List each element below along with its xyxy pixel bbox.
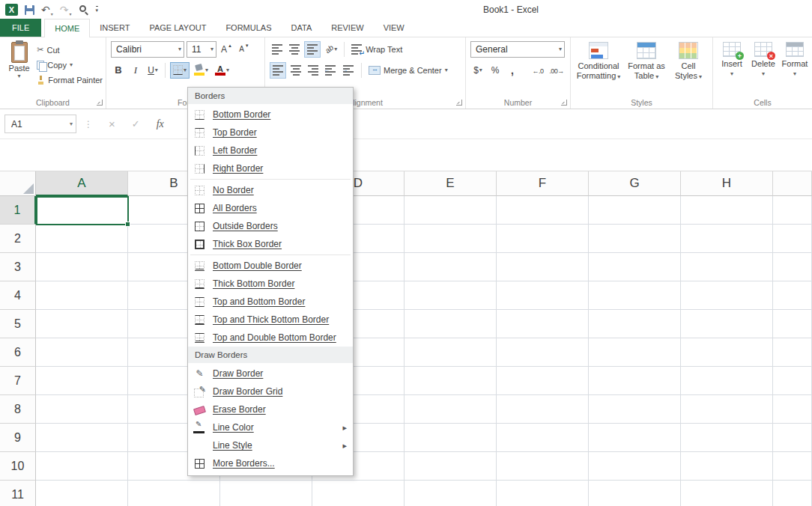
column-header-f[interactable]: F: [497, 171, 589, 196]
cell-partial-11[interactable]: [773, 481, 812, 506]
name-box[interactable]: A1: [4, 115, 76, 133]
menu-item-bottom-border[interactable]: Bottom Border: [188, 106, 353, 124]
align-top-button[interactable]: [270, 41, 285, 58]
cell-b11[interactable]: [128, 481, 220, 506]
cell-h5[interactable]: [681, 310, 773, 338]
cell-partial-10[interactable]: [773, 452, 812, 481]
cell-h7[interactable]: [681, 367, 773, 395]
menu-item-no-border[interactable]: No Border: [188, 181, 353, 199]
enter-icon[interactable]: [132, 118, 140, 129]
font-name-select[interactable]: Calibri: [111, 41, 184, 58]
align-center-button[interactable]: [288, 62, 303, 79]
menu-item-right-border[interactable]: Right Border: [188, 159, 353, 177]
menu-item-erase-border[interactable]: Erase Border: [188, 400, 353, 418]
cell-partial-9[interactable]: [773, 424, 812, 452]
excel-logo-icon[interactable]: [5, 4, 18, 16]
decrease-indent-button[interactable]: [323, 62, 339, 79]
cell-e1[interactable]: [405, 196, 497, 225]
selected-cell-outline[interactable]: [36, 196, 129, 225]
underline-button[interactable]: U: [145, 62, 160, 79]
cell-g4[interactable]: [589, 281, 681, 310]
tab-page-layout[interactable]: PAGE LAYOUT: [139, 19, 216, 37]
column-header-h[interactable]: H: [681, 171, 773, 196]
row-header-6[interactable]: 6: [0, 338, 36, 367]
align-bottom-button[interactable]: [304, 41, 321, 58]
insert-cells-button[interactable]: Insert: [716, 40, 748, 94]
cell-g1[interactable]: [589, 196, 681, 225]
menu-item-draw-border-grid[interactable]: Draw Border Grid: [188, 382, 353, 400]
fill-handle[interactable]: [125, 222, 130, 227]
row-header-1[interactable]: 1: [0, 196, 36, 225]
cell-f9[interactable]: [497, 424, 589, 452]
font-color-button[interactable]: A: [213, 62, 231, 79]
decrease-decimal-button[interactable]: [548, 62, 566, 79]
cancel-icon[interactable]: [109, 118, 115, 130]
cell-h1[interactable]: [681, 196, 773, 225]
menu-item-line-style[interactable]: Line Style: [188, 436, 353, 454]
percent-style-button[interactable]: %: [488, 62, 503, 79]
insert-function-button[interactable]: fx: [157, 118, 164, 130]
menu-item-top-and-double-bottom-border[interactable]: Top and Double Bottom Border: [188, 329, 353, 347]
tab-view[interactable]: VIEW: [374, 19, 414, 37]
customize-qat-button[interactable]: [96, 6, 99, 13]
tab-data[interactable]: DATA: [282, 19, 322, 37]
accounting-format-button[interactable]: $: [470, 62, 485, 79]
increase-font-size-button[interactable]: A▲: [219, 41, 234, 58]
cell-a4[interactable]: [36, 281, 128, 310]
format-painter-button[interactable]: Format Painter: [37, 73, 103, 86]
delete-cells-button[interactable]: Delete: [748, 40, 779, 94]
cell-c11[interactable]: [220, 481, 312, 506]
cell-a11[interactable]: [36, 481, 128, 506]
select-all-button[interactable]: [0, 171, 36, 196]
tab-formulas[interactable]: FORMULAS: [216, 19, 281, 37]
cell-a5[interactable]: [36, 310, 128, 338]
row-header-11[interactable]: 11: [0, 481, 36, 506]
menu-item-thick-bottom-border[interactable]: Thick Bottom Border: [188, 275, 353, 293]
menu-item-left-border[interactable]: Left Border: [188, 141, 353, 159]
cell-e5[interactable]: [405, 310, 497, 338]
dialog-launcher-icon[interactable]: [456, 100, 462, 106]
bold-button[interactable]: B: [111, 62, 126, 79]
dialog-launcher-icon[interactable]: [97, 100, 103, 106]
cell-f10[interactable]: [497, 452, 589, 481]
cell-partial-2[interactable]: [773, 225, 812, 253]
cell-e3[interactable]: [405, 253, 497, 281]
column-header-g[interactable]: G: [589, 171, 681, 196]
cell-partial-5[interactable]: [773, 310, 812, 338]
cell-f1[interactable]: [497, 196, 589, 225]
cell-h4[interactable]: [681, 281, 773, 310]
menu-item-draw-border[interactable]: Draw Border: [188, 365, 353, 382]
cell-g9[interactable]: [589, 424, 681, 452]
menu-item-top-and-bottom-border[interactable]: Top and Bottom Border: [188, 293, 353, 311]
menu-item-thick-box-border[interactable]: Thick Box Border: [188, 235, 353, 253]
cell-g6[interactable]: [589, 338, 681, 367]
cell-h6[interactable]: [681, 338, 773, 367]
menu-item-top-and-thick-bottom-border[interactable]: Top and Thick Bottom Border: [188, 311, 353, 329]
cell-partial-1[interactable]: [773, 196, 812, 225]
cell-g11[interactable]: [589, 481, 681, 506]
cell-h9[interactable]: [681, 424, 773, 452]
row-header-5[interactable]: 5: [0, 310, 36, 338]
cell-a9[interactable]: [36, 424, 128, 452]
increase-decimal-button[interactable]: [530, 62, 545, 79]
menu-item-all-borders[interactable]: All Borders: [188, 199, 353, 217]
decrease-font-size-button[interactable]: A▼: [237, 41, 252, 58]
merge-center-button[interactable]: Merge & Center: [366, 62, 450, 79]
cell-e7[interactable]: [405, 367, 497, 395]
increase-indent-button[interactable]: [341, 62, 357, 79]
menu-item-outside-borders[interactable]: Outside Borders: [188, 217, 353, 235]
magnifier-icon[interactable]: [79, 4, 89, 15]
font-size-select[interactable]: 11: [187, 41, 216, 58]
cell-h11[interactable]: [681, 481, 773, 506]
menu-item-top-border[interactable]: Top Border: [188, 124, 353, 141]
number-format-select[interactable]: General: [470, 41, 565, 58]
fill-color-button[interactable]: [192, 62, 210, 79]
cell-g5[interactable]: [589, 310, 681, 338]
menu-item-more-borders[interactable]: More Borders...: [188, 454, 353, 472]
cell-styles-button[interactable]: Cell Styles: [670, 40, 707, 94]
comma-style-button[interactable]: ,: [505, 62, 520, 79]
cell-f3[interactable]: [497, 253, 589, 281]
cell-e6[interactable]: [405, 338, 497, 367]
cell-g7[interactable]: [589, 367, 681, 395]
cell-partial-4[interactable]: [773, 281, 812, 310]
